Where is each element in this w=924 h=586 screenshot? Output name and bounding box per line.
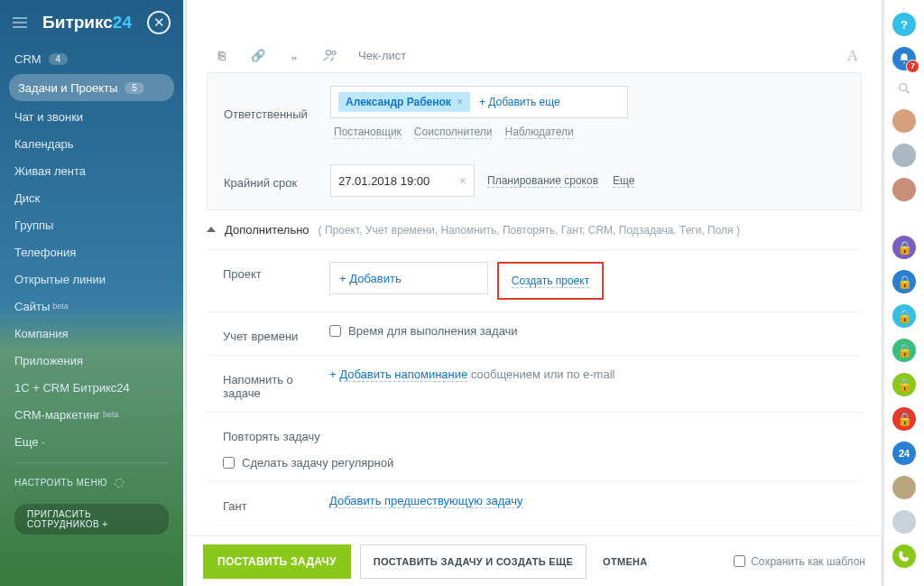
gantt-label: Гант [223, 494, 329, 513]
sidebar-item-label: Приложения [14, 354, 83, 367]
sidebar-item-disk[interactable]: Диск [0, 184, 183, 211]
accordion-title: Дополнительно [225, 223, 310, 237]
menu-settings[interactable]: НАСТРОИТЬ МЕНЮ [0, 470, 183, 495]
b24-label: 24 [899, 448, 910, 459]
sidebar-item-label: Сайты [14, 300, 50, 313]
details-section: Проект Добавить Создать проект Учет врем… [207, 249, 862, 535]
chip-remove-icon[interactable]: × [457, 96, 463, 108]
sidebar-item-chat[interactable]: Чат и звонки [0, 103, 183, 130]
lock-icon[interactable]: 🔒 [892, 236, 916, 259]
submit-more-button[interactable]: ПОСТАВИТЬ ЗАДАЧУ И СОЗДАТЬ ЕЩЕ [360, 544, 587, 579]
sidebar-item-calendar[interactable]: Календарь [0, 130, 183, 157]
save-template[interactable]: Сохранить как шаблон [734, 555, 865, 568]
avatar[interactable] [892, 178, 916, 201]
search-icon[interactable] [897, 81, 911, 98]
responsible-label: Ответственный [224, 104, 330, 121]
call-icon[interactable] [892, 544, 916, 568]
badge: 5 [125, 82, 144, 94]
sidebar-item-groups[interactable]: Группы [0, 211, 183, 238]
submit-button[interactable]: ПОСТАВИТЬ ЗАДАЧУ [203, 544, 351, 579]
time-checkbox-row[interactable]: Время для выполнения задачи [329, 324, 518, 338]
sidebar-item-1c[interactable]: 1С + CRM Битрикс24 [0, 374, 183, 401]
avatar[interactable] [892, 144, 916, 167]
close-icon[interactable]: ✕ [147, 11, 171, 34]
save-template-checkbox[interactable] [734, 555, 745, 567]
b24-icon[interactable]: 24 [892, 442, 916, 465]
responsible-input[interactable]: Александр Рабенок × Добавить еще [330, 86, 628, 118]
sidebar-menu: CRM 4 Задачи и Проекты 5 Чат и звонки Ка… [0, 40, 183, 544]
invite-label: ПРИГЛАСИТЬ СОТРУДНИКОВ + [27, 509, 156, 529]
svg-point-1 [332, 51, 336, 54]
clear-icon[interactable]: × [459, 173, 467, 188]
sidebar-item-feed[interactable]: Живая лента [0, 157, 183, 184]
notif-badge: 7 [906, 60, 919, 73]
gear-icon [115, 479, 124, 488]
quote-icon[interactable]: „ [286, 47, 302, 63]
gantt-add-link[interactable]: Добавить предшествующую задачу [329, 494, 523, 508]
assignee-chip[interactable]: Александр Рабенок × [338, 92, 470, 112]
font-icon[interactable]: A [847, 47, 858, 65]
help-icon[interactable]: ? [892, 13, 916, 36]
sidebar-item-telephony[interactable]: Телефония [0, 238, 183, 265]
accordion-toggle[interactable]: Дополнительно ( Проект, Учет времени, На… [207, 210, 862, 249]
repeat-label: Повторять задачу [223, 424, 320, 443]
sidebar-item-crm[interactable]: CRM 4 [0, 45, 183, 72]
lock-icon[interactable]: 🔒 [892, 304, 916, 328]
sidebar-item-label: CRM-маркетинг [14, 408, 100, 422]
role-assigner-link[interactable]: Постановщик [334, 126, 402, 139]
footer-bar: ПОСТАВИТЬ ЗАДАЧУ ПОСТАВИТЬ ЗАДАЧУ И СОЗД… [187, 535, 882, 586]
right-rail: ? 7 🔒 🔒 🔒 🔒 🔒 🔒 24 [883, 0, 924, 586]
attach-icon[interactable]: ⎘ [214, 47, 230, 63]
repeat-checkbox-label: Сделать задачу регулярной [242, 456, 393, 470]
add-more-link[interactable]: Добавить еще [479, 96, 560, 108]
brand: Битрикс24 [42, 13, 132, 33]
form-section: Ответственный Александр Рабенок × Добави… [207, 72, 862, 210]
sidebar-item-label: Чат и звонки [14, 110, 83, 124]
deadline-more-link[interactable]: Еще [613, 174, 634, 188]
role-watchers-link[interactable]: Наблюдатели [504, 126, 573, 139]
repeat-checkbox-row[interactable]: Сделать задачу регулярной [223, 456, 393, 470]
repeat-checkbox[interactable] [223, 457, 235, 469]
avatar[interactable] [892, 109, 916, 133]
sidebar: Битрикс24 ✕ CRM 4 Задачи и Проекты 5 Чат… [0, 0, 183, 586]
sidebar-item-openlines[interactable]: Открытые линии [0, 265, 183, 293]
chip-label: Александр Рабенок [346, 96, 451, 108]
lock-icon[interactable]: 🔒 [892, 270, 916, 293]
lock-icon[interactable]: 🔒 [892, 339, 916, 362]
divider [14, 462, 169, 463]
sidebar-item-label: CRM [14, 52, 42, 66]
sidebar-item-tasks[interactable]: Задачи и Проекты 5 [9, 74, 174, 101]
remind-suffix: сообщением или по e-mail [471, 367, 615, 381]
sidebar-item-label: Календарь [14, 137, 74, 151]
menu-icon[interactable] [13, 17, 27, 28]
project-add-link[interactable]: Добавить [339, 272, 402, 285]
sidebar-item-label: Диск [14, 191, 40, 205]
lock-icon[interactable]: 🔒 [892, 407, 916, 431]
sidebar-item-company[interactable]: Компания [0, 320, 183, 347]
sidebar-item-apps[interactable]: Приложения [0, 347, 183, 374]
role-coexec-link[interactable]: Соисполнители [414, 126, 493, 139]
project-input[interactable]: Добавить [329, 262, 488, 294]
deadline-planning-link[interactable]: Планирование сроков [487, 174, 598, 188]
link-icon[interactable]: 🔗 [250, 47, 266, 63]
create-project-link[interactable]: Создать проект [512, 274, 589, 288]
sidebar-item-more[interactable]: Еще · [0, 428, 183, 455]
mention-icon[interactable] [322, 47, 338, 63]
avatar[interactable] [892, 476, 916, 499]
invite-button[interactable]: ПРИГЛАСИТЬ СОТРУДНИКОВ + [14, 504, 169, 535]
sidebar-item-crm-marketing[interactable]: CRM-маркетинг beta [0, 401, 183, 428]
settings-label: НАСТРОИТЬ МЕНЮ [14, 478, 107, 488]
bell-icon[interactable]: 7 [892, 47, 916, 70]
cancel-button[interactable]: ОТМЕНА [603, 556, 647, 567]
remind-label: Напомнить о задаче [223, 367, 329, 400]
beta-badge: beta [103, 410, 119, 419]
time-checkbox[interactable] [329, 325, 341, 337]
avatar[interactable] [892, 510, 916, 534]
remind-add-link[interactable]: Добавить напоминание [339, 367, 467, 382]
sidebar-item-label: Компания [14, 327, 69, 340]
lock-icon[interactable]: 🔒 [892, 373, 916, 396]
beta-badge: beta [52, 302, 69, 311]
sidebar-item-sites[interactable]: Сайты beta [0, 293, 183, 320]
deadline-input[interactable]: 27.01.2018 19:00 × [330, 164, 475, 197]
checklist-button[interactable]: Чек-лист [358, 49, 406, 62]
